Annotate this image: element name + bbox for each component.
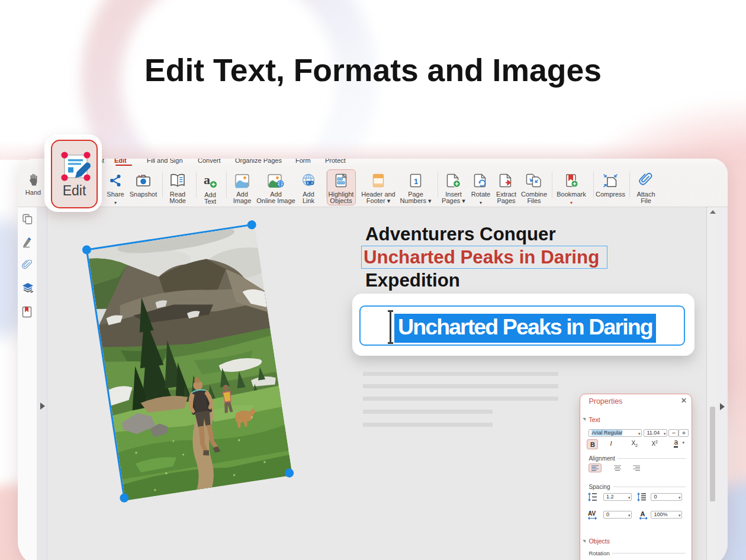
svg-text:a: a [204,173,210,187]
svg-text:AV: AV [588,510,596,517]
svg-text:A: A [641,510,645,517]
svg-text:1: 1 [414,177,418,186]
